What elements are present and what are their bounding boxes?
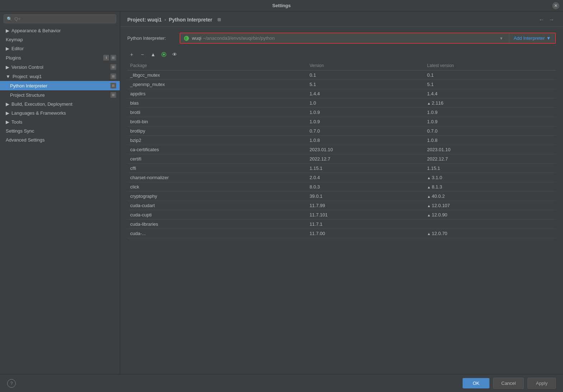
cell-version: 11.7.1	[307, 220, 424, 229]
sidebar-item-project-wuqi1[interactable]: ▼ Project: wuqi1 ⊞	[0, 72, 120, 81]
interpreter-dropdown[interactable]: wuqi ~/anaconda3/envs/wuqi/bin/python ▼	[180, 33, 509, 43]
apply-button[interactable]: Apply	[527, 378, 556, 389]
cell-package: certifi	[127, 154, 307, 164]
cell-version: 8.0.3	[307, 182, 424, 192]
cell-package: charset-normalizer	[127, 173, 307, 182]
content-area: Project: wuqi1 › Python Interpreter ⊞ ← …	[120, 11, 563, 374]
cell-version: 1.4.4	[307, 89, 424, 99]
refresh-button[interactable]	[160, 50, 168, 59]
add-package-button[interactable]: +	[127, 50, 136, 59]
breadcrumb-current: Python Interpreter	[169, 17, 212, 23]
cell-version: 1.15.1	[307, 164, 424, 173]
python-env-icon	[184, 36, 189, 41]
table-row[interactable]: appdirs1.4.41.4.4	[127, 89, 556, 99]
cell-package: cuda-...	[127, 229, 307, 238]
cell-version: 2022.12.7	[307, 154, 424, 164]
table-row[interactable]: charset-normalizer2.0.4▲3.1.0	[127, 173, 556, 182]
chevron-right-icon: ▶	[6, 46, 9, 51]
col-latest: Latest version	[424, 61, 556, 71]
cell-package: brotli	[127, 108, 307, 117]
interpreter-selector: wuqi ~/anaconda3/envs/wuqi/bin/python ▼ …	[180, 33, 556, 44]
cell-package: cuda-cudart	[127, 201, 307, 210]
table-row[interactable]: cuda-libraries11.7.1	[127, 220, 556, 229]
sidebar-item-editor[interactable]: ▶ Editor	[0, 44, 120, 53]
sidebar-item-python-interpreter[interactable]: Python Interpreter ⊞	[0, 81, 120, 90]
package-table: Package Version Latest version _libgcc_m…	[127, 61, 556, 238]
table-row[interactable]: _openmp_mutex5.15.1	[127, 80, 556, 89]
package-table-container[interactable]: Package Version Latest version _libgcc_m…	[120, 61, 563, 374]
dropdown-arrow-icon: ▼	[497, 36, 506, 40]
forward-arrow[interactable]: →	[547, 16, 556, 23]
table-row[interactable]: cffi1.15.11.15.1	[127, 164, 556, 173]
settings2-icon: ⊞	[110, 64, 116, 70]
cell-package: ca-certificates	[127, 145, 307, 154]
table-row[interactable]: cuda-cudart11.7.99▲12.0.107	[127, 201, 556, 210]
cell-latest: ▲12.0.70	[424, 229, 556, 238]
up-button[interactable]: ▲	[149, 50, 157, 59]
table-row[interactable]: blas1.0▲2.116	[127, 99, 556, 108]
cell-version: 2023.01.10	[307, 145, 424, 154]
chevron-right-icon: ▶	[6, 101, 9, 107]
help-button[interactable]: ?	[7, 379, 16, 388]
col-version: Version	[307, 61, 424, 71]
chevron-right-icon: ▶	[6, 64, 9, 70]
sidebar-item-languages-frameworks[interactable]: ▶ Languages & Frameworks	[0, 109, 120, 118]
info-icon: ℹ	[103, 55, 109, 61]
cell-package: appdirs	[127, 89, 307, 99]
cell-package: brotlipy	[127, 126, 307, 136]
add-interpreter-button[interactable]: Add Interpreter ▼	[509, 33, 555, 43]
sidebar-item-keymap[interactable]: Keymap	[0, 35, 120, 44]
cell-version: 1.0.9	[307, 117, 424, 126]
title-bar: Settings ✕	[0, 0, 563, 11]
sidebar-item-plugins[interactable]: Plugins ℹ ⊞	[0, 53, 120, 62]
sidebar: 🔍 ▶ Appearance & Behavior Keymap ▶ Edito…	[0, 11, 120, 374]
sidebar-item-advanced-settings[interactable]: Advanced Settings	[0, 135, 120, 144]
table-row[interactable]: brotli-bin1.0.91.0.9	[127, 117, 556, 126]
table-row[interactable]: cuda-cupti11.7.101▲12.0.90	[127, 210, 556, 220]
sidebar-item-build-execution[interactable]: ▶ Build, Execution, Deployment	[0, 100, 120, 109]
table-row[interactable]: click8.0.3▲8.1.3	[127, 182, 556, 192]
breadcrumb-icon: ⊞	[217, 17, 221, 22]
sidebar-item-version-control[interactable]: ▶ Version Control ⊞	[0, 62, 120, 72]
eye-button[interactable]: 👁	[170, 50, 179, 59]
sidebar-item-tools[interactable]: ▶ Tools	[0, 118, 120, 126]
interpreter-path: wuqi ~/anaconda3/envs/wuqi/bin/python	[192, 35, 495, 41]
sidebar-item-settings-sync[interactable]: Settings Sync	[0, 126, 120, 135]
cell-version: 0.7.0	[307, 126, 424, 136]
table-row[interactable]: bzip21.0.81.0.8	[127, 136, 556, 145]
window-title: Settings	[272, 3, 290, 8]
chevron-right-icon: ▶	[6, 119, 9, 125]
cell-latest: 1.0.9	[424, 117, 556, 126]
table-row[interactable]: brotli1.0.91.0.9	[127, 108, 556, 117]
main-container: 🔍 ▶ Appearance & Behavior Keymap ▶ Edito…	[0, 11, 563, 374]
sidebar-item-project-structure[interactable]: Project Structure ⊞	[0, 90, 120, 100]
cell-latest: ▲40.0.2	[424, 192, 556, 201]
remove-package-button[interactable]: −	[138, 50, 147, 59]
search-box[interactable]: 🔍	[4, 14, 116, 23]
search-input[interactable]	[14, 16, 113, 21]
back-arrow[interactable]: ←	[537, 16, 546, 23]
ok-button[interactable]: OK	[463, 378, 489, 388]
breadcrumb: Project: wuqi1 › Python Interpreter ⊞	[127, 17, 221, 23]
table-row[interactable]: cryptography39.0.1▲40.0.2	[127, 192, 556, 201]
table-row[interactable]: _libgcc_mutex0.10.1	[127, 71, 556, 80]
cell-latest: 2022.12.7	[424, 154, 556, 164]
sidebar-item-appearance[interactable]: ▶ Appearance & Behavior	[0, 26, 120, 35]
footer-right: OK Cancel Apply	[463, 378, 556, 389]
breadcrumb-sep: ›	[165, 17, 166, 22]
table-row[interactable]: brotlipy0.7.00.7.0	[127, 126, 556, 136]
table-row[interactable]: ca-certificates2023.01.102023.01.10	[127, 145, 556, 154]
cell-latest: 0.1	[424, 71, 556, 80]
breadcrumb-parent: Project: wuqi1	[127, 17, 162, 23]
table-row[interactable]: cuda-...11.7.00▲12.0.70	[127, 229, 556, 238]
cell-latest: 5.1	[424, 80, 556, 89]
cell-version: 1.0.8	[307, 136, 424, 145]
cell-version: 5.1	[307, 80, 424, 89]
cell-package: cuda-cupti	[127, 210, 307, 220]
close-button[interactable]: ✕	[552, 2, 559, 9]
cancel-button[interactable]: Cancel	[493, 378, 524, 389]
svg-point-1	[163, 53, 165, 56]
table-row[interactable]: certifi2022.12.72022.12.7	[127, 154, 556, 164]
cell-latest: ▲2.116	[424, 99, 556, 108]
footer-left: ?	[7, 379, 16, 388]
